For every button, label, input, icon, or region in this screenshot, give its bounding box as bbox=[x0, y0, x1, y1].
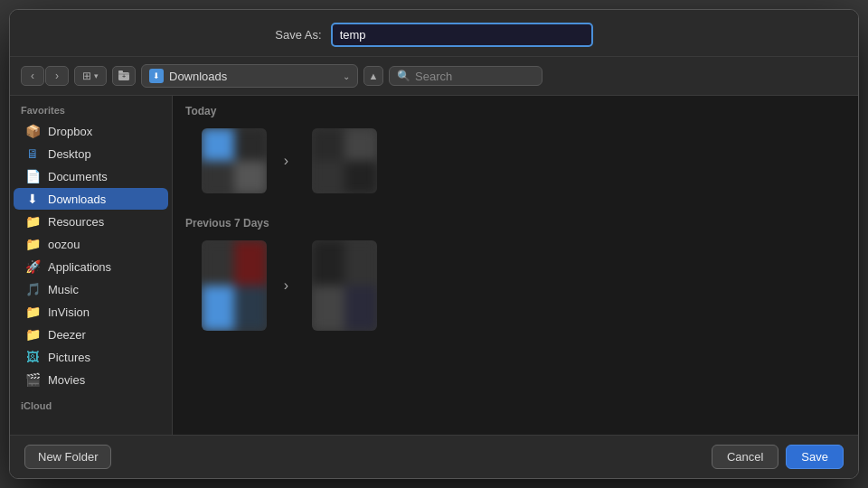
sidebar-item-movies[interactable]: 🎬 Movies bbox=[14, 369, 168, 390]
file-area: Today bbox=[173, 96, 406, 435]
location-dropdown[interactable]: ⬇ Downloads ⌄ bbox=[141, 64, 358, 88]
dropdown-chevron-icon: ⌄ bbox=[343, 71, 350, 81]
prev7days-file-grid bbox=[173, 235, 406, 345]
sidebar-item-label: Applications bbox=[48, 260, 111, 274]
sidebar-item-label: Documents bbox=[48, 170, 108, 183]
view-dropdown-arrow: ▾ bbox=[94, 71, 99, 80]
svg-text:+: + bbox=[122, 73, 126, 80]
sidebar-item-label: InVision bbox=[48, 305, 90, 319]
desktop-icon: 🖥 bbox=[24, 146, 41, 161]
expand-button[interactable]: ▲ bbox=[363, 66, 383, 86]
prev7days-section-header: Previous 7 Days bbox=[173, 208, 406, 235]
sidebar-item-label: Deezer bbox=[48, 328, 86, 342]
sidebar-item-label: Movies bbox=[48, 373, 85, 387]
view-toggle-button[interactable]: ⊞ ▾ bbox=[74, 66, 107, 86]
sidebar-item-label: Music bbox=[48, 283, 79, 296]
invision-icon: 📁 bbox=[24, 305, 41, 319]
filename-input[interactable] bbox=[331, 23, 593, 47]
today-file-grid bbox=[173, 123, 406, 208]
sidebar-item-desktop[interactable]: 🖥 Desktop bbox=[14, 143, 168, 164]
file-item[interactable] bbox=[292, 123, 397, 199]
sidebar-item-deezer[interactable]: 📁 Deezer bbox=[14, 324, 168, 345]
applications-icon: 🚀 bbox=[24, 259, 41, 274]
sidebar-item-downloads[interactable]: ⬇ Downloads bbox=[14, 188, 168, 210]
search-placeholder-text: Search bbox=[415, 70, 452, 83]
deezer-icon: 📁 bbox=[24, 327, 41, 342]
location-label: Downloads bbox=[169, 70, 337, 83]
search-box[interactable]: 🔍 Search bbox=[389, 66, 542, 86]
file-item[interactable] bbox=[182, 235, 287, 336]
oozou-icon: 📁 bbox=[24, 237, 41, 251]
save-button[interactable]: Save bbox=[786, 445, 844, 469]
today-section-header: Today bbox=[173, 96, 406, 123]
back-button[interactable]: ‹ bbox=[21, 66, 44, 86]
file-thumbnail bbox=[202, 240, 267, 331]
sidebar-item-label: Resources bbox=[48, 215, 104, 229]
pictures-icon: 🖼 bbox=[24, 350, 41, 364]
sidebar: Favorites 📦 Dropbox 🖥 Desktop 📄 Document… bbox=[10, 96, 173, 435]
forward-button[interactable]: › bbox=[45, 66, 69, 86]
sidebar-item-dropbox[interactable]: 📦 Dropbox bbox=[14, 120, 168, 142]
main-content: Favorites 📦 Dropbox 🖥 Desktop 📄 Document… bbox=[10, 96, 858, 435]
sidebar-item-label: Dropbox bbox=[48, 125, 92, 138]
location-folder-icon: ⬇ bbox=[149, 69, 164, 83]
new-folder-button[interactable]: New Folder bbox=[24, 445, 111, 469]
bottom-bar: New Folder Cancel Save bbox=[10, 435, 858, 478]
sidebar-item-music[interactable]: 🎵 Music bbox=[14, 278, 168, 300]
sidebar-item-resources[interactable]: 📁 Resources bbox=[14, 211, 168, 232]
icloud-section-label: iCloud bbox=[10, 391, 172, 415]
file-item[interactable] bbox=[182, 123, 287, 199]
sidebar-item-label: Pictures bbox=[48, 351, 90, 364]
save-as-label: Save As: bbox=[275, 28, 321, 42]
view-grid-icon: ⊞ bbox=[82, 70, 91, 82]
sidebar-item-applications[interactable]: 🚀 Applications bbox=[14, 256, 168, 277]
sidebar-item-label: oozou bbox=[48, 238, 80, 251]
dropbox-icon: 📦 bbox=[24, 124, 41, 138]
sidebar-item-invision[interactable]: 📁 InVision bbox=[14, 301, 168, 323]
sidebar-item-label: Desktop bbox=[48, 147, 91, 161]
favorites-section-label: Favorites bbox=[10, 96, 172, 119]
file-thumbnail bbox=[312, 128, 377, 193]
music-icon: 🎵 bbox=[24, 282, 41, 296]
sidebar-item-oozou[interactable]: 📁 oozou bbox=[14, 233, 168, 255]
action-buttons: Cancel Save bbox=[712, 445, 844, 469]
movies-icon: 🎬 bbox=[24, 372, 41, 387]
file-thumbnail bbox=[202, 128, 267, 193]
sidebar-item-pictures[interactable]: 🖼 Pictures bbox=[14, 346, 168, 368]
resources-icon: 📁 bbox=[24, 214, 41, 229]
save-dialog: Save As: ‹ › ⊞ ▾ + ⬇ Downloads ⌄ ▲ � bbox=[9, 9, 859, 479]
file-thumbnail bbox=[312, 240, 377, 331]
top-bar: Save As: bbox=[10, 10, 858, 57]
downloads-icon: ⬇ bbox=[24, 192, 41, 206]
toolbar: ‹ › ⊞ ▾ + ⬇ Downloads ⌄ ▲ 🔍 Search bbox=[10, 57, 858, 96]
sidebar-item-label: Downloads bbox=[48, 192, 106, 206]
sidebar-item-documents[interactable]: 📄 Documents bbox=[14, 165, 168, 187]
right-panel bbox=[406, 96, 858, 435]
documents-icon: 📄 bbox=[24, 169, 41, 183]
file-item[interactable] bbox=[292, 235, 397, 336]
search-icon: 🔍 bbox=[397, 70, 410, 82]
nav-group: ‹ › bbox=[21, 66, 69, 86]
cancel-button[interactable]: Cancel bbox=[712, 445, 778, 469]
new-folder-icon-button[interactable]: + bbox=[112, 66, 136, 86]
